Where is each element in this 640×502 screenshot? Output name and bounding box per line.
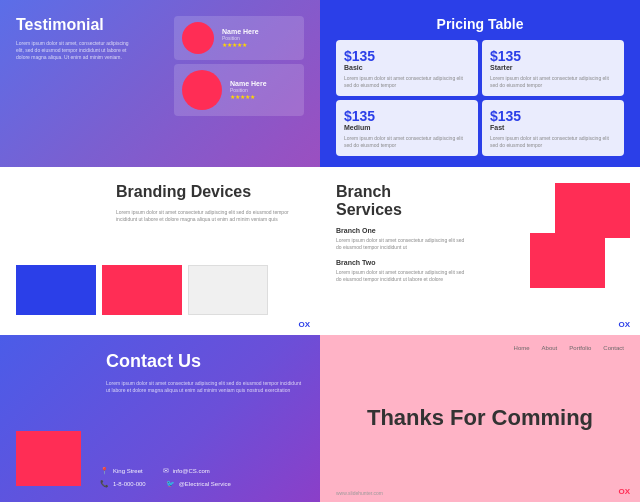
pricing-text-3: Lorem ipsum dolor sit amet consectetur a… bbox=[490, 135, 616, 148]
card-stars-1: ★★★★★ bbox=[222, 41, 259, 48]
testimonial-body: Lorem ipsum dolor sit amet, consectetur … bbox=[16, 40, 136, 61]
nav-about[interactable]: About bbox=[542, 345, 558, 351]
branch-watermark: OX bbox=[618, 320, 630, 329]
contact-phone: 📞 1-8-000-000 bbox=[100, 480, 146, 488]
contact-info-row-1: 📍 King Street ✉ info@CS.com bbox=[100, 467, 231, 475]
pricing-price-2: $135 bbox=[344, 108, 470, 124]
contact-info-row-2: 📞 1-8-000-000 🐦 @Electrical Service bbox=[100, 480, 231, 488]
branch-panel: Branch Services Branch One Lorem ipsum d… bbox=[320, 167, 640, 334]
pricing-card-medium: $135 Medium Lorem ipsum dolor sit amet c… bbox=[336, 100, 478, 156]
contact-social-text: @Electrical Service bbox=[179, 481, 231, 487]
branch-red-block-1 bbox=[555, 183, 630, 238]
contact-email-text: info@CS.com bbox=[173, 468, 210, 474]
pricing-card-fast: $135 Fast Lorem ipsum dolor sit amet con… bbox=[482, 100, 624, 156]
contact-panel: Contact Us Lorem ipsum dolor sit amet co… bbox=[0, 335, 320, 502]
contact-email: ✉ info@CS.com bbox=[163, 467, 210, 475]
testimonial-card-info-1: Name Here Position ★★★★★ bbox=[222, 28, 259, 48]
pricing-card-basic: $135 Basic Lorem ipsum dolor sit amet co… bbox=[336, 40, 478, 96]
contact-red-block bbox=[16, 431, 81, 486]
contact-title: Contact Us bbox=[16, 351, 304, 372]
pricing-price-0: $135 bbox=[344, 48, 470, 64]
pricing-grid: $135 Basic Lorem ipsum dolor sit amet co… bbox=[336, 40, 624, 156]
phone-icon: 📞 bbox=[100, 480, 109, 488]
contact-address-text: King Street bbox=[113, 468, 143, 474]
branding-watermark: OX bbox=[298, 320, 310, 329]
branding-panel: Branding Devices Lorem ipsum dolor sit a… bbox=[0, 167, 320, 334]
pricing-plan-3: Fast bbox=[490, 124, 616, 131]
pricing-price-3: $135 bbox=[490, 108, 616, 124]
contact-address: 📍 King Street bbox=[100, 467, 143, 475]
branding-block-red bbox=[102, 265, 182, 315]
nav-contact[interactable]: Contact bbox=[603, 345, 624, 351]
contact-social: 🐦 @Electrical Service bbox=[166, 480, 231, 488]
avatar-circle-2 bbox=[182, 70, 222, 110]
nav-home[interactable]: Home bbox=[514, 345, 530, 351]
card-name-1: Name Here bbox=[222, 28, 259, 35]
branch-decorative-blocks bbox=[480, 183, 640, 334]
branding-desc: Lorem ipsum dolor sit amet consectetur a… bbox=[16, 209, 304, 223]
card-stars-2: ★★★★★ bbox=[230, 93, 267, 100]
location-icon: 📍 bbox=[100, 467, 109, 475]
pricing-plan-1: Starter bbox=[490, 64, 616, 71]
contact-info-list: 📍 King Street ✉ info@CS.com 📞 1-8-000-00… bbox=[100, 467, 231, 488]
pricing-plan-0: Basic bbox=[344, 64, 470, 71]
branding-title: Branding Devices bbox=[16, 183, 304, 201]
branding-blocks bbox=[16, 265, 268, 315]
testimonial-panel: Testimonial Lorem ipsum dolor sit amet, … bbox=[0, 0, 320, 167]
pricing-panel: Pricing Table $135 Basic Lorem ipsum dol… bbox=[320, 0, 640, 167]
nav-portfolio[interactable]: Portfolio bbox=[569, 345, 591, 351]
thanks-nav: Home About Portfolio Contact bbox=[514, 345, 624, 351]
testimonial-card-1: Name Here Position ★★★★★ bbox=[174, 16, 304, 60]
twitter-icon: 🐦 bbox=[166, 480, 175, 488]
testimonial-cards: Name Here Position ★★★★★ Name Here Posit… bbox=[174, 16, 304, 116]
pricing-title: Pricing Table bbox=[336, 16, 624, 32]
branding-block-outline bbox=[188, 265, 268, 315]
pricing-text-0: Lorem ipsum dolor sit amet consectetur a… bbox=[344, 75, 470, 88]
contact-desc: Lorem ipsum dolor sit amet consectetur a… bbox=[16, 380, 304, 394]
contact-phone-text: 1-8-000-000 bbox=[113, 481, 146, 487]
avatar-circle-1 bbox=[182, 22, 214, 54]
pricing-plan-2: Medium bbox=[344, 124, 470, 131]
email-icon: ✉ bbox=[163, 467, 169, 475]
pricing-text-1: Lorem ipsum dolor sit amet consectetur a… bbox=[490, 75, 616, 88]
branch-red-block-2 bbox=[530, 233, 605, 288]
thanks-panel: Home About Portfolio Contact Thanks For … bbox=[320, 335, 640, 502]
branch-service-text-1: Lorem ipsum dolor sit amet consectetur a… bbox=[336, 237, 466, 251]
testimonial-card-info-2: Name Here Position ★★★★★ bbox=[230, 80, 267, 100]
thanks-title: Thanks For Comming bbox=[367, 405, 593, 431]
branding-block-blue bbox=[16, 265, 96, 315]
testimonial-card-2: Name Here Position ★★★★★ bbox=[174, 64, 304, 116]
thanks-watermark: OX bbox=[618, 487, 630, 496]
thanks-url: www.slidehunter.com bbox=[336, 490, 383, 496]
pricing-price-1: $135 bbox=[490, 48, 616, 64]
pricing-text-2: Lorem ipsum dolor sit amet consectetur a… bbox=[344, 135, 470, 148]
card-name-2: Name Here bbox=[230, 80, 267, 87]
pricing-card-starter: $135 Starter Lorem ipsum dolor sit amet … bbox=[482, 40, 624, 96]
branch-service-text-2: Lorem ipsum dolor sit amet consectetur a… bbox=[336, 269, 466, 283]
